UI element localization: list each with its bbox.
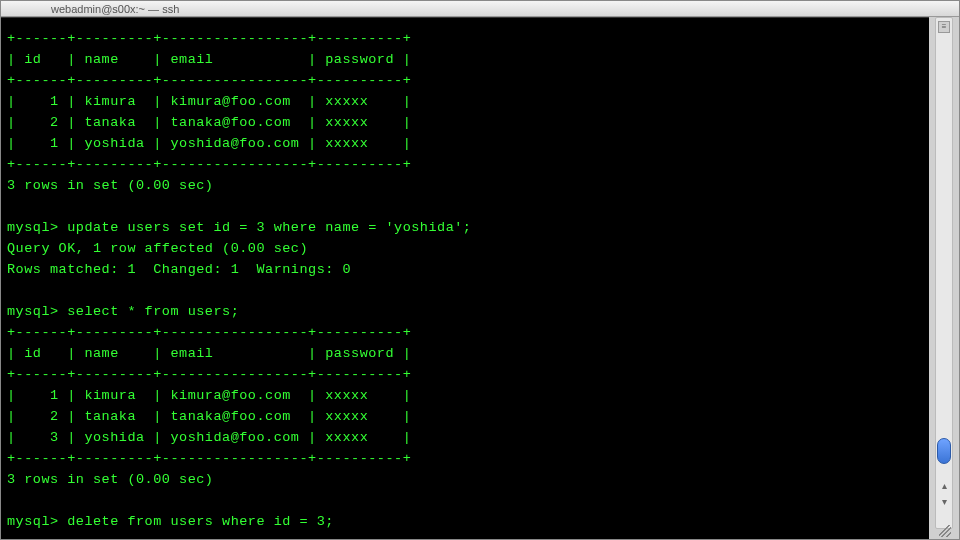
scrollbar-menu-icon[interactable]: ≡: [938, 21, 950, 33]
vertical-scrollbar[interactable]: ≡ ▴ ▾: [935, 17, 953, 529]
scroll-down-arrow-icon[interactable]: ▾: [936, 494, 952, 510]
scrollbar-thumb[interactable]: [937, 438, 951, 464]
terminal-window: webadmin@s00x:~ — ssh +------+---------+…: [0, 0, 960, 540]
window-title: webadmin@s00x:~ — ssh: [51, 3, 179, 15]
resize-grip-icon[interactable]: [939, 525, 951, 537]
terminal-output[interactable]: +------+---------+-----------------+----…: [1, 18, 929, 538]
scroll-up-arrow-icon[interactable]: ▴: [936, 478, 952, 494]
terminal-viewport[interactable]: +------+---------+-----------------+----…: [1, 17, 929, 539]
window-titlebar[interactable]: webadmin@s00x:~ — ssh: [1, 1, 959, 17]
